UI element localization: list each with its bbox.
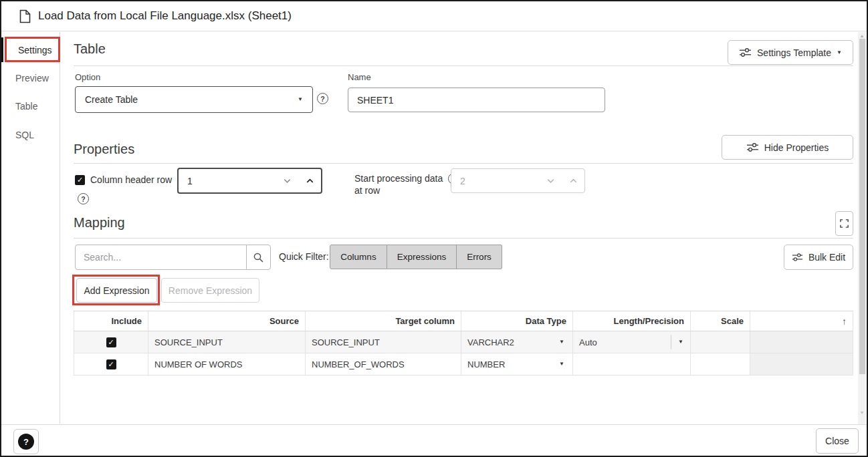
start-processing-label: Start processing data ? at row <box>354 172 459 196</box>
vertical-scrollbar[interactable]: ▲ ▼ <box>858 32 866 424</box>
add-expression-button[interactable]: Add Expression <box>76 278 157 303</box>
length-cell[interactable] <box>573 353 691 375</box>
column-header-target[interactable]: Target column <box>306 311 461 331</box>
spinner-increment-icon <box>562 169 584 192</box>
chevron-down-icon: ▼ <box>559 339 564 345</box>
chevron-down-icon: ▼ <box>678 339 683 345</box>
chevron-down-icon: ▼ <box>298 97 303 102</box>
sidebar-item-settings[interactable]: Settings <box>1 42 60 58</box>
sliders-icon <box>739 47 752 57</box>
target-cell[interactable]: NUMBER_OF_WORDS <box>306 353 461 375</box>
length-combobox[interactable]: Auto ▼ <box>573 331 691 353</box>
sidebar-item-label: Table <box>15 101 37 112</box>
column-header-scale[interactable]: Scale <box>691 311 750 331</box>
spinner-decrement-icon <box>539 169 562 192</box>
option-select[interactable]: Create Table ▼ <box>75 86 313 113</box>
properties-section-heading: Properties <box>74 142 134 157</box>
search-button[interactable] <box>246 245 271 270</box>
column-header-source[interactable]: Source <box>148 311 306 331</box>
spinner-value: 1 <box>179 176 276 186</box>
settings-template-label: Settings Template <box>757 47 831 58</box>
name-label: Name <box>348 72 371 82</box>
datatype-select[interactable]: NUMBER ▼ <box>461 353 573 375</box>
bulk-edit-label: Bulk Edit <box>808 252 845 263</box>
table-row[interactable]: ✓ NUMBER OF WORDS NUMBER_OF_WORDS NUMBER… <box>74 353 853 375</box>
mapping-section-heading: Mapping <box>74 215 125 231</box>
filter-expressions-button[interactable]: Expressions <box>387 245 457 269</box>
column-header-row-help-icon[interactable]: ? <box>78 193 89 204</box>
remove-expression-button: Remove Expression <box>161 278 259 303</box>
sidebar-item-table[interactable]: Table <box>1 98 60 114</box>
spinner-decrement-icon[interactable] <box>276 169 298 192</box>
filter-errors-button[interactable]: Errors <box>457 245 502 269</box>
maximize-icon[interactable] <box>835 211 853 236</box>
datatype-select[interactable]: VARCHAR2 ▼ <box>461 331 573 353</box>
spinner-value: 2 <box>451 176 539 186</box>
length-value: Auto <box>573 337 671 347</box>
section-divider <box>74 65 853 66</box>
sliders-icon <box>792 253 803 262</box>
bulk-edit-button[interactable]: Bulk Edit <box>784 245 853 270</box>
datatype-value: NUMBER <box>467 359 505 369</box>
target-cell[interactable]: SOURCE_INPUT <box>306 331 461 353</box>
section-divider <box>74 238 853 239</box>
start-processing-line1: Start processing data <box>354 172 443 184</box>
chevron-down-icon: ▼ <box>559 361 564 367</box>
spinner-increment-icon[interactable] <box>298 169 321 192</box>
datatype-value: VARCHAR2 <box>467 337 514 347</box>
dialog-titlebar: Load Data from Local File Language.xlsx … <box>1 1 867 31</box>
question-glyph: ? <box>23 437 29 447</box>
sidebar: Settings Preview Table SQL <box>1 32 60 424</box>
chevron-down-icon: ▼ <box>837 50 842 55</box>
name-input[interactable] <box>348 88 605 112</box>
row-extra-cell <box>750 353 853 375</box>
table-row[interactable]: ✓ SOURCE_INPUT SOURCE_INPUT VARCHAR2 ▼ A… <box>74 331 853 353</box>
load-data-dialog: Load Data from Local File Language.xlsx … <box>0 0 868 457</box>
option-select-value: Create Table <box>85 94 138 105</box>
column-header-row-label: Column header row <box>90 174 172 185</box>
option-help-icon[interactable]: ? <box>317 93 328 104</box>
scale-cell[interactable] <box>691 331 750 353</box>
include-cell: ✓ <box>74 331 148 353</box>
column-header-datatype[interactable]: Data Type <box>461 311 573 331</box>
settings-template-button[interactable]: Settings Template ▼ <box>728 40 853 65</box>
scale-cell[interactable] <box>691 353 750 375</box>
sidebar-item-label: SQL <box>15 130 34 140</box>
hide-properties-button[interactable]: Hide Properties <box>722 135 853 160</box>
scrollbar-thumb[interactable] <box>859 39 865 374</box>
help-button[interactable]: ? <box>13 429 39 454</box>
check-icon: ✓ <box>108 360 114 369</box>
row-include-checkbox[interactable]: ✓ <box>106 337 116 347</box>
include-cell: ✓ <box>74 353 148 375</box>
source-cell: NUMBER OF WORDS <box>148 353 306 375</box>
source-cell: SOURCE_INPUT <box>148 331 306 353</box>
row-include-checkbox[interactable]: ✓ <box>106 359 116 369</box>
column-header-length[interactable]: Length/Precision <box>573 311 691 331</box>
column-header-row-checkbox[interactable]: ✓ <box>75 175 85 185</box>
check-icon: ✓ <box>108 338 114 347</box>
scroll-down-icon[interactable]: ▼ <box>858 410 866 415</box>
sidebar-item-label: Settings <box>18 45 52 55</box>
search-input[interactable] <box>75 245 247 270</box>
help-icon: ? <box>18 434 34 450</box>
file-icon <box>19 9 31 23</box>
hide-properties-label: Hide Properties <box>764 142 829 153</box>
table-section-heading: Table <box>74 41 106 57</box>
filter-columns-button[interactable]: Columns <box>330 245 387 269</box>
start-processing-line2: at row <box>354 184 459 196</box>
sliders-icon <box>746 142 759 152</box>
section-divider <box>74 163 853 164</box>
dialog-footer: ? Close <box>1 424 867 457</box>
column-header-sort[interactable]: ↑ <box>750 311 853 331</box>
column-header-row-spinner[interactable]: 1 <box>177 168 322 194</box>
grid-header-row: Include Source Target column Data Type L… <box>74 311 853 331</box>
scroll-up-icon[interactable]: ▲ <box>858 33 866 38</box>
row-extra-cell <box>750 331 853 353</box>
quick-filter-group: Columns Expressions Errors <box>330 245 502 269</box>
close-button[interactable]: Close <box>816 428 859 454</box>
sidebar-item-sql[interactable]: SQL <box>1 127 60 143</box>
check-icon: ✓ <box>77 176 83 184</box>
sidebar-item-preview[interactable]: Preview <box>1 70 60 86</box>
start-processing-spinner: 2 <box>451 168 585 193</box>
column-header-include[interactable]: Include <box>74 311 148 331</box>
